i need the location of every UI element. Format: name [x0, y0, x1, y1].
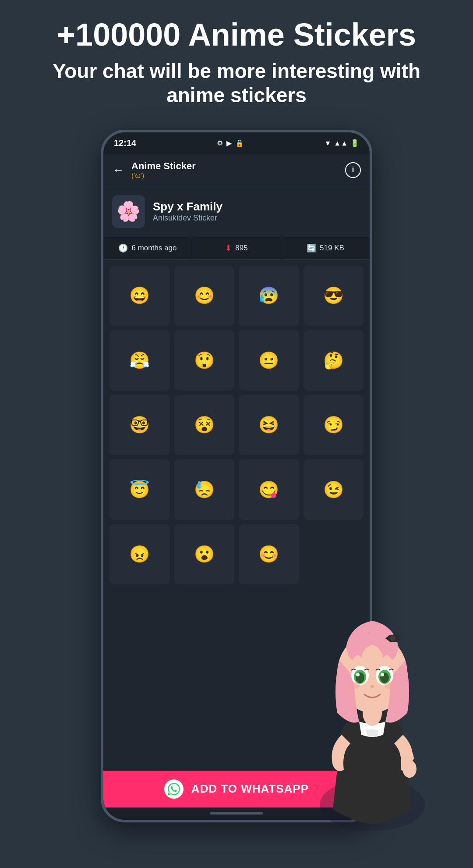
stats-bar: 🕐 6 months ago ⬇ 895 🔄 519 KB — [103, 237, 370, 260]
svg-point-15 — [402, 760, 417, 778]
sticker-item-11[interactable] — [239, 395, 299, 455]
sticker-item-17[interactable] — [109, 524, 170, 585]
lock-icon: 🔒 — [235, 139, 244, 147]
svg-point-11 — [381, 673, 384, 676]
sticker-item-15[interactable] — [239, 459, 299, 520]
back-button[interactable]: ← — [112, 163, 124, 177]
app-title: Anime Sticker — [131, 160, 345, 172]
size-icon: 🔄 — [307, 243, 316, 253]
pack-author: Anisukidev Sticker — [153, 213, 361, 223]
svg-point-12 — [371, 685, 374, 688]
sticker-item-2[interactable] — [174, 266, 235, 326]
download-icon: ⬇ — [225, 243, 232, 253]
sticker-item-6[interactable] — [174, 330, 235, 391]
clock-icon: 🕐 — [118, 243, 128, 253]
sticker-item-19[interactable] — [239, 524, 299, 585]
svg-point-13 — [348, 682, 360, 689]
stat-time-value: 6 months ago — [131, 244, 176, 253]
sub-title: Your chat will be more interesting with … — [26, 59, 447, 107]
stat-time: 🕐 6 months ago — [103, 237, 192, 259]
anime-character — [289, 590, 464, 831]
sticker-item-9[interactable] — [109, 395, 170, 455]
svg-point-10 — [356, 673, 360, 676]
sticker-item-7[interactable] — [239, 330, 299, 391]
sticker-grid — [103, 260, 370, 591]
stat-size-value: 519 KB — [320, 244, 344, 253]
sticker-item-10[interactable] — [174, 395, 235, 455]
sticker-item-18[interactable] — [174, 524, 235, 585]
sticker-item-4[interactable] — [304, 266, 364, 326]
home-indicator — [210, 812, 263, 815]
status-time: 12:14 — [114, 138, 136, 148]
header-section: +100000 Anime Stickers Your chat will be… — [0, 0, 473, 117]
battery-icon: 🔋 — [350, 139, 359, 147]
app-header: ← Anime Sticker ('ω') i — [103, 154, 370, 186]
pack-icon: 🌸 — [112, 195, 145, 228]
info-button[interactable]: i — [345, 162, 361, 178]
svg-point-14 — [385, 682, 397, 689]
sticker-item-8[interactable] — [304, 330, 364, 391]
play-icon: ▶ — [226, 139, 232, 147]
header-center: Anime Sticker ('ω') — [131, 160, 345, 180]
stat-downloads: ⬇ 895 — [192, 237, 281, 259]
sticker-item-12[interactable] — [304, 395, 364, 455]
sticker-item-1[interactable] — [109, 266, 170, 326]
pack-info: Spy x Family Anisukidev Sticker — [153, 200, 361, 223]
status-icons-left: ⚙ ▶ 🔒 — [217, 139, 244, 147]
pack-name: Spy x Family — [153, 200, 361, 213]
whatsapp-icon — [164, 779, 184, 799]
app-subtitle: ('ω') — [131, 172, 345, 180]
stat-size: 🔄 519 KB — [281, 237, 370, 259]
main-title: +100000 Anime Stickers — [26, 18, 447, 52]
phone-wrapper: 12:14 ⚙ ▶ 🔒 ▼ ▲▲ 🔋 ← Anime Sticker ('ω') — [0, 130, 473, 822]
stat-downloads-value: 895 — [235, 244, 247, 253]
status-bar: 12:14 ⚙ ▶ 🔒 ▼ ▲▲ 🔋 — [103, 132, 370, 154]
sticker-pack-header: 🌸 Spy x Family Anisukidev Sticker — [103, 186, 370, 237]
signal-icon: ▲▲ — [334, 139, 348, 147]
wifi-icon: ▼ — [324, 139, 331, 147]
sticker-item-14[interactable] — [174, 459, 235, 520]
sticker-item-16[interactable] — [304, 459, 364, 520]
sticker-item-13[interactable] — [109, 459, 170, 520]
settings-icon: ⚙ — [217, 139, 223, 147]
status-icons-right: ▼ ▲▲ 🔋 — [324, 139, 359, 147]
svg-point-3 — [390, 636, 395, 641]
sticker-item-5[interactable] — [109, 330, 170, 391]
sticker-item-3[interactable] — [239, 266, 299, 326]
